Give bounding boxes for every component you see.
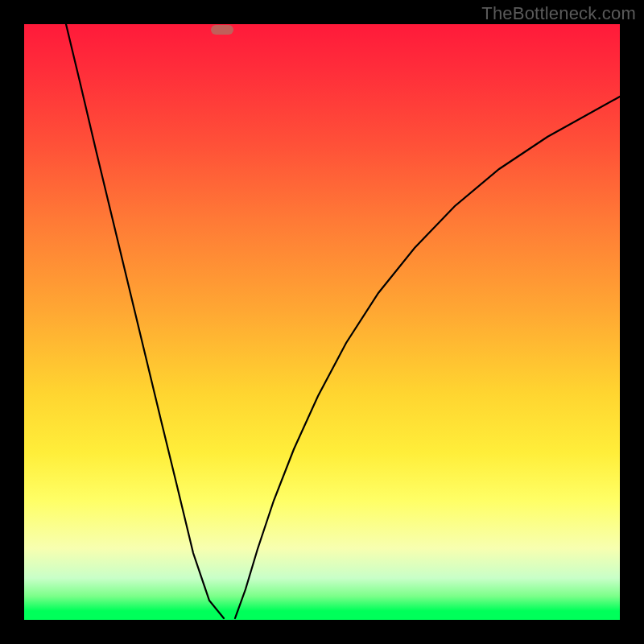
bottleneck-marker — [211, 25, 233, 35]
curve-layer — [24, 24, 620, 620]
curve-right-branch — [235, 97, 620, 618]
watermark-text: TheBottleneck.com — [481, 3, 636, 24]
plot-area — [24, 24, 620, 620]
curve-left-branch — [66, 24, 224, 618]
chart-frame: TheBottleneck.com — [0, 0, 644, 644]
